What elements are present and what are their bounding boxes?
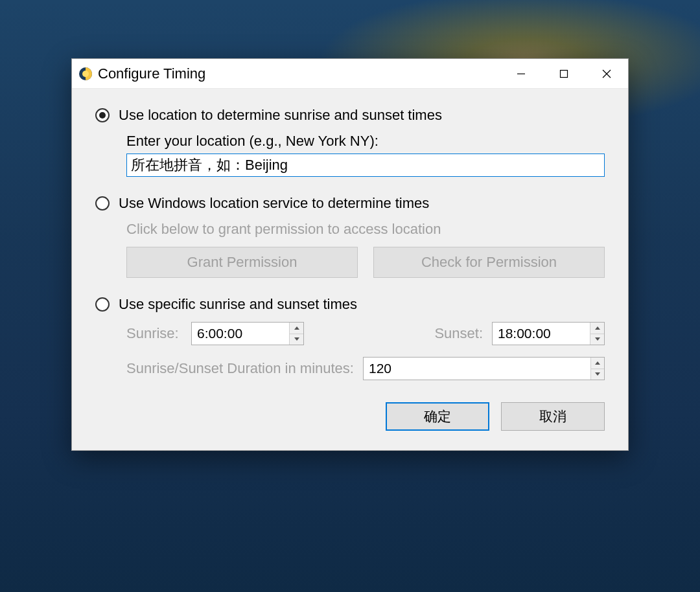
sunrise-input[interactable] <box>192 323 289 345</box>
radio-specific-times[interactable] <box>95 297 110 312</box>
location-field-label: Enter your location (e.g., New York NY): <box>126 133 605 150</box>
duration-input[interactable] <box>364 358 590 380</box>
check-permission-button[interactable]: Check for Permission <box>373 247 605 278</box>
window-controls <box>500 59 628 88</box>
sunset-input[interactable] <box>493 323 590 345</box>
sunset-spinner[interactable] <box>492 322 605 345</box>
svg-marker-6 <box>294 326 299 330</box>
svg-marker-7 <box>294 337 299 341</box>
dialog-buttons: 确定 取消 <box>95 402 605 431</box>
svg-marker-10 <box>595 361 600 365</box>
windows-location-subsection: Click below to grant permission to acces… <box>126 221 605 278</box>
dialog-content: Use location to determine sunrise and su… <box>72 89 628 450</box>
titlebar[interactable]: Configure Timing <box>72 59 628 89</box>
duration-up-icon[interactable] <box>591 358 604 369</box>
permission-hint: Click below to grant permission to acces… <box>126 221 605 238</box>
radio-use-location[interactable] <box>95 108 110 122</box>
sunrise-spinner[interactable] <box>191 322 304 345</box>
svg-marker-11 <box>595 372 600 376</box>
minimize-button[interactable] <box>500 59 542 88</box>
sunset-down-icon[interactable] <box>590 334 604 345</box>
maximize-button[interactable] <box>542 59 585 88</box>
option-specific-times-label: Use specific sunrise and sunset times <box>119 296 357 313</box>
svg-marker-9 <box>595 337 600 341</box>
option-use-location[interactable]: Use location to determine sunrise and su… <box>95 107 605 124</box>
location-input[interactable] <box>126 154 605 177</box>
duration-label: Sunrise/Sunset Duration in minutes: <box>126 360 354 377</box>
sunset-label: Sunset: <box>434 325 483 342</box>
sunrise-label: Sunrise: <box>126 325 182 342</box>
configure-timing-window: Configure Timing Use location to determi… <box>71 58 629 451</box>
duration-spinner[interactable] <box>363 357 605 380</box>
svg-point-1 <box>82 71 89 77</box>
specific-times-subsection: Sunrise: Sunset: <box>126 322 605 380</box>
sunset-up-icon[interactable] <box>590 323 604 334</box>
radio-windows-location[interactable] <box>95 196 110 211</box>
app-icon <box>78 67 93 81</box>
grant-permission-button[interactable]: Grant Permission <box>126 247 358 278</box>
close-button[interactable] <box>585 59 628 88</box>
duration-down-icon[interactable] <box>591 369 604 380</box>
sunrise-down-icon[interactable] <box>290 334 303 345</box>
option-windows-location-label: Use Windows location service to determin… <box>119 195 429 212</box>
svg-marker-8 <box>595 326 600 330</box>
svg-rect-3 <box>561 70 568 77</box>
ok-button[interactable]: 确定 <box>386 402 489 431</box>
sunrise-up-icon[interactable] <box>290 323 303 334</box>
location-subsection: Enter your location (e.g., New York NY): <box>126 133 605 177</box>
option-specific-times[interactable]: Use specific sunrise and sunset times <box>95 296 605 313</box>
cancel-button[interactable]: 取消 <box>501 402 605 431</box>
option-windows-location[interactable]: Use Windows location service to determin… <box>95 195 605 212</box>
option-use-location-label: Use location to determine sunrise and su… <box>119 107 442 124</box>
window-title: Configure Timing <box>98 65 500 82</box>
